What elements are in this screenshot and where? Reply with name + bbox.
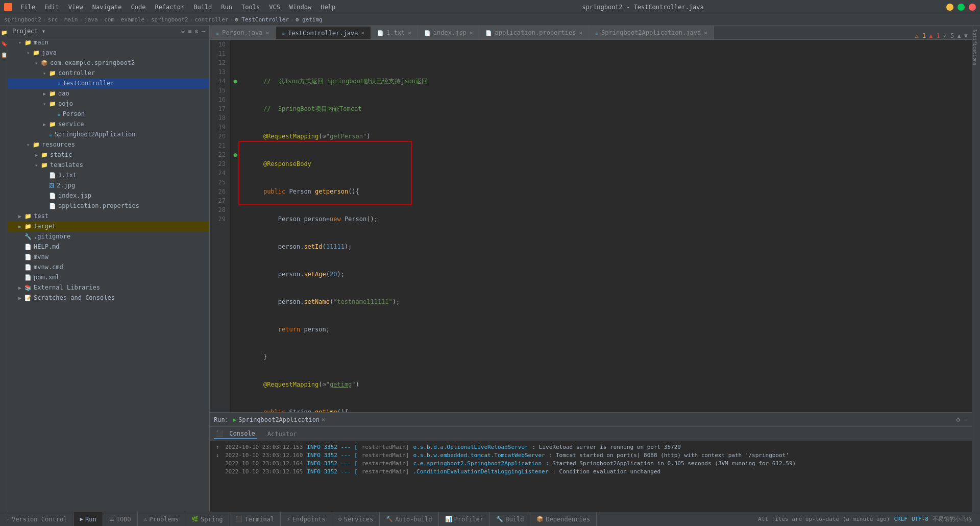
maximize-button[interactable]: □ xyxy=(958,4,965,11)
breadcrumb-part[interactable]: ⚙ TestController xyxy=(235,16,289,23)
menu-refactor[interactable]: Refactor xyxy=(151,3,188,12)
tab-version-control[interactable]: ⑂ Version Control xyxy=(0,512,74,527)
tree-item-service[interactable]: ▶📁service xyxy=(8,119,209,129)
sidebar-icon-gear[interactable]: ⚙ xyxy=(195,28,199,35)
menu-navigate[interactable]: Navigate xyxy=(88,3,126,12)
breadcrumb-part[interactable]: main xyxy=(64,16,78,23)
tab-spring[interactable]: 🌿 Spring xyxy=(185,512,229,527)
tree-item-indexjsp[interactable]: ▶📄index.jsp xyxy=(8,190,209,201)
sidebar-icon-collapse[interactable]: ≡ xyxy=(188,28,191,35)
breadcrumb-part[interactable]: controller xyxy=(194,16,228,23)
code-content[interactable]: // 以Json方式返回 Springboot默认已经支持json返回 // S… xyxy=(240,40,972,412)
tab-1txt[interactable]: 📄 1.txt × xyxy=(371,26,418,39)
tree-item-ext-libs[interactable]: ▶📚External Libraries xyxy=(8,282,209,293)
tree-item-resources[interactable]: ▾📁resources xyxy=(8,139,209,150)
structure-icon[interactable]: 📋 xyxy=(1,52,8,59)
menu-window[interactable]: Window xyxy=(285,3,315,12)
tab-springboot2app[interactable]: ☕ Springboot2Application.java × xyxy=(589,26,714,39)
tab-appprop[interactable]: 📄 application.properties × xyxy=(479,26,589,39)
tab-close[interactable]: × xyxy=(266,30,270,36)
tab-toolbar-icon[interactable]: ▲ 1 xyxy=(929,32,940,39)
tab-services[interactable]: ⚙ Services xyxy=(332,512,380,527)
tree-item-controller[interactable]: ▾📁controller xyxy=(8,68,209,78)
tree-item-test[interactable]: ▶📁test xyxy=(8,211,209,221)
tab-toolbar-icon[interactable]: ▲ xyxy=(958,32,961,39)
breadcrumb-part[interactable]: springboot2 xyxy=(151,16,188,23)
tree-item-person[interactable]: ▶☕Person xyxy=(8,109,209,119)
tree-item-target[interactable]: ▶📁target xyxy=(8,221,209,231)
tab-terminal[interactable]: ⬛ Terminal xyxy=(229,512,281,527)
tree-item-gitignore[interactable]: ▶🔧.gitignore xyxy=(8,231,209,242)
run-tab-actuator[interactable]: Actuator xyxy=(265,429,299,439)
minimize-button[interactable]: − xyxy=(946,4,953,11)
tab-toolbar-icon[interactable]: ▼ xyxy=(964,32,968,39)
breadcrumb-part[interactable]: ⚙ getimg xyxy=(296,16,323,23)
tree-item-package[interactable]: ▾📦com.example.springboot2 xyxy=(8,58,209,68)
tree-item-springboot2app[interactable]: ▶☕Springboot2Application xyxy=(8,129,209,139)
tree-item-pojo[interactable]: ▾📁pojo xyxy=(8,99,209,109)
tree-item-helpmd[interactable]: ▶📄HELP.md xyxy=(8,242,209,252)
tree-item-scratches[interactable]: ▶📝Scratches and Consoles xyxy=(8,293,209,303)
settings-icon[interactable]: ⚙ xyxy=(957,416,960,423)
tab-toolbar-icon[interactable]: ✓ 5 xyxy=(943,32,954,39)
tree-item-main[interactable]: ▾📁main xyxy=(8,37,209,47)
tree-item-pomxml[interactable]: ▶📄pom.xml xyxy=(8,272,209,282)
tab-dependencies[interactable]: 📦 Dependencies xyxy=(530,512,597,527)
code-editor[interactable]: 10 11 12 13 14 15 16 17 18 19 20 21 22 2… xyxy=(210,40,972,412)
tab-todo[interactable]: ☰ TODO xyxy=(103,512,138,527)
tab-close[interactable]: × xyxy=(579,30,582,36)
tab-close[interactable]: × xyxy=(704,30,707,36)
breadcrumb-part[interactable]: springboot2 xyxy=(4,16,41,23)
tab-toolbar-icon[interactable]: ⚠ 1 xyxy=(915,32,926,39)
console-line-4: 2022-10-10 23:03:12.165 INFO 3352 --- [ … xyxy=(214,468,968,476)
tree-item-mvnwcmd[interactable]: ▶📄mvnw.cmd xyxy=(8,262,209,272)
breadcrumb-part[interactable]: java xyxy=(84,16,98,23)
menu-help[interactable]: Help xyxy=(316,3,339,12)
project-icon[interactable]: 📁 xyxy=(1,30,8,37)
tab-profiler[interactable]: 📊 Profiler xyxy=(439,512,491,527)
run-tab-console[interactable]: ⬛ Console xyxy=(214,429,257,439)
tab-problems[interactable]: ⚠ Problems xyxy=(138,512,185,527)
sidebar-icon-minimize[interactable]: — xyxy=(202,28,205,35)
tab-indexjsp[interactable]: 📄 index.jsp × xyxy=(418,26,480,39)
tree-item-2jpg[interactable]: ▶🖼2.jpg xyxy=(8,180,209,190)
tab-auto-build[interactable]: 🔨 Auto-build xyxy=(380,512,438,527)
tree-item-dao[interactable]: ▶📁dao xyxy=(8,88,209,99)
tab-label-active: TestController.java xyxy=(288,30,358,37)
tab-close[interactable]: × xyxy=(408,30,411,36)
run-app[interactable]: ▶ Springboot2Application × xyxy=(233,416,325,423)
tree-item-1txt[interactable]: ▶📄1.txt xyxy=(8,170,209,180)
tab-close[interactable]: × xyxy=(470,30,473,36)
breadcrumb-part[interactable]: src xyxy=(47,16,58,23)
run-app-close[interactable]: × xyxy=(322,416,325,423)
menu-vcs[interactable]: VCS xyxy=(265,3,284,12)
breadcrumb-part[interactable]: example xyxy=(121,16,144,23)
tab-build[interactable]: 🔧 Build xyxy=(490,512,530,527)
tree-item-java[interactable]: ▾📁java xyxy=(8,47,209,58)
menu-edit[interactable]: Edit xyxy=(40,3,63,12)
console-scroll-icon[interactable]: ↓ xyxy=(214,451,221,460)
close-panel-icon[interactable]: — xyxy=(964,416,968,423)
breadcrumb-part[interactable]: com xyxy=(104,16,114,23)
menu-file[interactable]: File xyxy=(16,3,39,12)
tree-item-templates[interactable]: ▾📁templates xyxy=(8,160,209,170)
menu-tools[interactable]: Tools xyxy=(237,3,264,12)
console-scroll-icon[interactable]: ↑ xyxy=(214,443,221,451)
tree-item-mvnw[interactable]: ▶📄mvnw xyxy=(8,252,209,262)
menu-run[interactable]: Run xyxy=(217,3,236,12)
bookmark-icon[interactable]: 🔖 xyxy=(1,41,8,48)
deps-icon: 📦 xyxy=(536,516,544,522)
menu-view[interactable]: View xyxy=(64,3,87,12)
tree-item-appprop[interactable]: ▶📄application.properties xyxy=(8,201,209,211)
close-button[interactable]: × xyxy=(969,4,976,11)
menu-build[interactable]: Build xyxy=(189,3,216,12)
tab-run[interactable]: ▶ Run xyxy=(74,512,103,527)
tab-close-active[interactable]: × xyxy=(361,30,364,36)
tree-item-testcontroller[interactable]: ▶☕TestController xyxy=(8,78,209,88)
sidebar-icon-locate[interactable]: ⊕ xyxy=(181,28,185,35)
tab-person[interactable]: ☕ Person.java × xyxy=(210,26,276,39)
tree-item-static[interactable]: ▶📁static xyxy=(8,150,209,160)
tab-testcontroller[interactable]: ☕ TestController.java × xyxy=(276,26,371,39)
tab-endpoints[interactable]: ⚡ Endpoints xyxy=(281,512,332,527)
menu-code[interactable]: Code xyxy=(127,3,150,12)
